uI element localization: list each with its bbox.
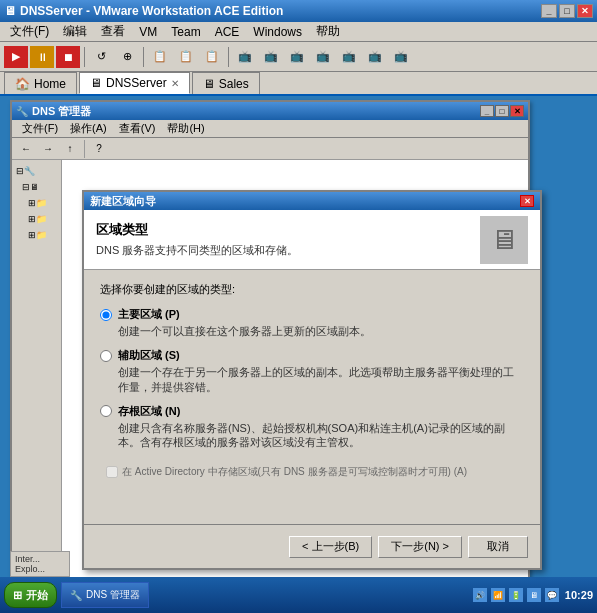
radio-option-secondary: 辅助区域 (S) 创建一个存在于另一个服务器上的区域的副本。此选项帮助主服务器平… <box>100 348 524 394</box>
tree-expand-5: ⊞ <box>28 230 36 240</box>
menu-team[interactable]: Team <box>165 23 206 41</box>
radio-secondary-label: 辅助区域 (S) <box>118 348 180 363</box>
dns-tree-item-4[interactable]: ⊞ 📁 <box>14 212 59 226</box>
dns-close-button[interactable]: ✕ <box>510 105 524 117</box>
radio-stub-desc: 创建只含有名称服务器(NS)、起始授权机构(SOA)和粘连主机(A)记录的区域的… <box>100 421 524 450</box>
start-label: 开始 <box>26 588 48 603</box>
toolbar-play[interactable]: ▶ <box>4 46 28 68</box>
menu-file[interactable]: 文件(F) <box>4 21 55 42</box>
radio-stub[interactable] <box>100 405 112 417</box>
wizard-dialog: 新建区域向导 ✕ 区域类型 DNS 服务器支持不同类型的区域和存储。 🖥 <box>82 190 542 570</box>
dns-toolbar: ← → ↑ ? <box>12 138 528 160</box>
back-button[interactable]: < 上一步(B) <box>289 536 372 558</box>
dns-minimize-button[interactable]: _ <box>480 105 494 117</box>
minimize-button[interactable]: _ <box>541 4 557 18</box>
server-icon: 🖥 <box>490 223 518 256</box>
wizard-footer: < 上一步(B) 下一步(N) > 取消 <box>84 524 540 568</box>
wizard-close-button[interactable]: ✕ <box>520 195 534 207</box>
taskbar-dns-item[interactable]: 🔧 DNS 管理器 <box>61 582 149 608</box>
start-button[interactable]: ⊞ 开始 <box>4 582 57 608</box>
menu-vm[interactable]: VM <box>133 23 163 41</box>
wizard-title-text: 新建区域向导 <box>90 194 156 209</box>
dns-menu-help[interactable]: 帮助(H) <box>161 120 210 137</box>
sep3 <box>228 47 229 67</box>
dns-tree-item-3[interactable]: ⊞ 📁 <box>14 196 59 210</box>
wizard-header-text: 区域类型 DNS 服务器支持不同类型的区域和存储。 <box>96 221 480 258</box>
tab-dnsserver[interactable]: 🖥 DNSServer ✕ <box>79 72 190 94</box>
menu-edit[interactable]: 编辑 <box>57 21 93 42</box>
tree-expand-4: ⊞ <box>28 214 36 224</box>
radio-stub-label: 存根区域 (N) <box>118 404 180 419</box>
tray-icon-1: 🔊 <box>473 588 487 602</box>
ad-checkbox[interactable] <box>106 466 118 478</box>
vm-display: 🔧 DNS 管理器 _ □ ✕ 文件(F) 操作(A) 查看(V) 帮助(H) … <box>0 96 597 587</box>
radio-secondary[interactable] <box>100 350 112 362</box>
dns-tree-item-5[interactable]: ⊞ 📁 <box>14 228 59 242</box>
dns-menu-view[interactable]: 查看(V) <box>113 120 162 137</box>
toolbar-btn8[interactable]: 📺 <box>285 46 309 68</box>
toolbar-refresh[interactable]: ↺ <box>89 46 113 68</box>
main-window: 🖥 DNSServer - VMware Workstation ACE Edi… <box>0 0 597 613</box>
dns-tree-item-1[interactable]: ⊟ 🔧 <box>14 164 59 178</box>
toolbar-btn12[interactable]: 📺 <box>389 46 413 68</box>
toolbar-btn6[interactable]: 📺 <box>233 46 257 68</box>
dns-forward-btn[interactable]: → <box>38 140 58 158</box>
tab-sales[interactable]: 🖥 Sales <box>192 72 260 94</box>
toolbar: ▶ ⏸ ⏹ ↺ ⊕ 📋 📋 📋 📺 📺 📺 📺 📺 📺 📺 <box>0 42 597 72</box>
dns-tree-item-2[interactable]: ⊟ 🖥 <box>14 180 59 194</box>
title-bar: 🖥 DNSServer - VMware Workstation ACE Edi… <box>0 0 597 22</box>
toolbar-btn3[interactable]: 📋 <box>148 46 172 68</box>
dns-help-btn[interactable]: ? <box>89 140 109 158</box>
tab-home[interactable]: 🏠 Home <box>4 72 77 94</box>
menu-view[interactable]: 查看 <box>95 21 131 42</box>
toolbar-btn10[interactable]: 📺 <box>337 46 361 68</box>
menu-windows[interactable]: Windows <box>247 23 308 41</box>
wizard-header-title: 区域类型 <box>96 221 480 239</box>
dns-sep <box>84 140 85 158</box>
tree-icon-5: 📁 <box>36 230 47 240</box>
taskbar-dns-label: DNS 管理器 <box>86 588 140 602</box>
radio-secondary-desc: 创建一个存在于另一个服务器上的区域的副本。此选项帮助主服务器平衡处理的工作量，并… <box>100 365 524 394</box>
tree-icon-3: 📁 <box>36 198 47 208</box>
taskbar-clock: 10:29 <box>565 589 593 601</box>
wizard-header: 区域类型 DNS 服务器支持不同类型的区域和存储。 🖥 <box>84 210 540 270</box>
checkbox-section: 在 Active Directory 中存储区域(只有 DNS 服务器是可写域控… <box>100 459 524 485</box>
sales-icon: 🖥 <box>203 77 215 91</box>
toolbar-btn9[interactable]: 📺 <box>311 46 335 68</box>
dns-menu-file[interactable]: 文件(F) <box>16 120 64 137</box>
dns-window-icon: 🔧 <box>16 106 28 117</box>
dns-title-bar: 🔧 DNS 管理器 _ □ ✕ <box>12 102 528 120</box>
toolbar-btn7[interactable]: 📺 <box>259 46 283 68</box>
tab-dnsserver-label: DNSServer <box>106 76 167 90</box>
toolbar-btn4[interactable]: 📋 <box>174 46 198 68</box>
tab-dnsserver-close[interactable]: ✕ <box>171 78 179 89</box>
next-button[interactable]: 下一步(N) > <box>378 536 462 558</box>
close-button[interactable]: ✕ <box>577 4 593 18</box>
toolbar-stop[interactable]: ⏹ <box>56 46 80 68</box>
windows-logo: ⊞ <box>13 589 22 602</box>
toolbar-pause[interactable]: ⏸ <box>30 46 54 68</box>
dns-refresh-btn[interactable]: ↑ <box>60 140 80 158</box>
menu-help[interactable]: 帮助 <box>310 21 346 42</box>
tab-home-label: Home <box>34 77 66 91</box>
tray-icon-5: 💬 <box>545 588 559 602</box>
radio-primary[interactable] <box>100 309 112 321</box>
dns-maximize-button[interactable]: □ <box>495 105 509 117</box>
wizard-title-bar: 新建区域向导 ✕ <box>84 192 540 210</box>
dns-back-btn[interactable]: ← <box>16 140 36 158</box>
dns-main-pane: 新建区域向导 ✕ 区域类型 DNS 服务器支持不同类型的区域和存储。 🖥 <box>62 160 528 592</box>
toolbar-btn5[interactable]: 📋 <box>200 46 224 68</box>
wizard-body: 选择你要创建的区域的类型: 主要区域 (P) 创建一个可以直接在这个服务器上更新… <box>84 270 540 497</box>
sep1 <box>84 47 85 67</box>
toolbar-btn2[interactable]: ⊕ <box>115 46 139 68</box>
menu-ace[interactable]: ACE <box>209 23 246 41</box>
maximize-button[interactable]: □ <box>559 4 575 18</box>
dns-menu-action[interactable]: 操作(A) <box>64 120 113 137</box>
cancel-button[interactable]: 取消 <box>468 536 528 558</box>
dns-manager-window: 🔧 DNS 管理器 _ □ ✕ 文件(F) 操作(A) 查看(V) 帮助(H) … <box>10 100 530 590</box>
tree-expand-2: ⊟ <box>22 182 30 192</box>
toolbar-btn11[interactable]: 📺 <box>363 46 387 68</box>
taskbar: ⊞ 开始 🔧 DNS 管理器 🔊 📶 🔋 🖥 💬 10:29 <box>0 577 597 613</box>
tree-expand-1: ⊟ <box>16 166 24 176</box>
tree-icon-2: 🖥 <box>30 182 39 192</box>
